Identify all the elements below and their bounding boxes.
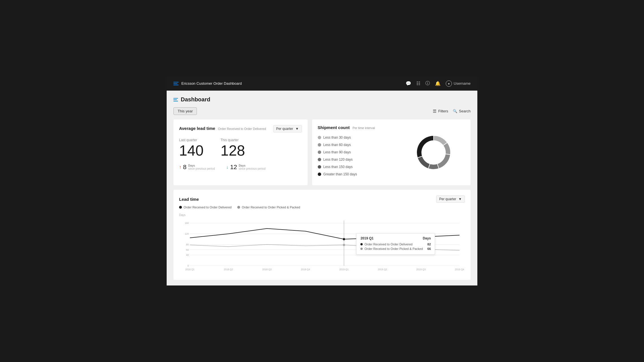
change-down-item: ↓ 12 Days since previous period (226, 163, 266, 171)
grid-icon[interactable]: ☷ (416, 81, 420, 86)
legend-color-dot (318, 158, 321, 161)
svg-text:2019 Q4: 2019 Q4 (455, 268, 464, 271)
page-title: Dashboard (181, 96, 210, 103)
filter-bar: This year ☰ Filters 🔍 Search (173, 107, 471, 115)
lead-time-quarter-select[interactable]: Per quarter ▼ (273, 125, 302, 132)
tooltip-row2-left: Order Received to Order Picked & Packed (360, 247, 423, 250)
this-quarter-value: 128 (221, 143, 245, 158)
quarter-select-chevron-icon: ▼ (295, 127, 299, 131)
lead-time-changes: ↑ 8 Days since previous period ↓ 12 Days… (179, 163, 302, 171)
chart-legend-label: Order Received to Order Picked & Packed (242, 206, 300, 209)
lead-time-card: Average lead time Order Received to Orde… (173, 119, 308, 185)
menu-icon[interactable] (173, 98, 178, 101)
svg-text:2019 Q1: 2019 Q1 (339, 268, 349, 271)
change-up-item: ↑ 8 Days since previous period (179, 163, 215, 171)
last-quarter-label: Last quarter (179, 138, 204, 142)
legend-color-dot (318, 151, 321, 154)
chart-legend-item: Order Received to Order Delivered (179, 206, 232, 209)
shipment-legend-item: Less than 90 days (318, 150, 397, 154)
down-arrow-icon: ↓ (226, 165, 229, 170)
up-arrow-icon: ↑ (179, 165, 181, 170)
chart-area: 04060801201602018 Q12018 Q22018 Q32018 Q… (179, 218, 465, 274)
change-down-top-label: Days (239, 164, 266, 167)
filters-label: Filters (438, 109, 448, 113)
tooltip-dot-2 (360, 248, 363, 250)
svg-text:160: 160 (185, 222, 189, 224)
chart-title: Lead time (179, 197, 199, 202)
legend-label: Less than 150 days (323, 165, 353, 169)
main-content: Dashboard This year ☰ Filters 🔍 Search (167, 91, 477, 285)
filter-tags: This year (173, 107, 197, 115)
svg-text:2019 Q2: 2019 Q2 (378, 268, 387, 271)
legend-label: Less than 90 days (323, 150, 351, 154)
shipment-legend: Less than 30 days Less than 60 days Less… (318, 136, 397, 180)
user-menu[interactable]: ● Username (446, 80, 471, 87)
tooltip-row1-left: Order Received to Order Delivered (360, 243, 412, 246)
cards-row: Average lead time Order Received to Orde… (173, 119, 471, 185)
svg-point-21 (343, 238, 345, 240)
change-down-number: 12 (230, 163, 237, 171)
chart-legend-dot (237, 206, 240, 209)
outer-wrapper: Ericsson Customer Order Dashboard 💬 ☷ ⓘ … (167, 71, 477, 291)
lead-time-card-header: Average lead time Order Received to Orde… (179, 125, 302, 132)
this-quarter-col: This quarter 128 (221, 138, 245, 158)
legend-label: Less than 60 days (323, 143, 351, 147)
legend-color-dot (318, 173, 321, 176)
tooltip-period: 2019 Q1 (360, 236, 373, 240)
svg-point-22 (343, 244, 345, 246)
change-down-labels: Days since previous period (239, 164, 266, 170)
svg-text:40: 40 (186, 254, 189, 256)
svg-text:80: 80 (186, 243, 189, 246)
legend-label: Greater than 150 days (323, 172, 357, 176)
donut-svg (411, 130, 456, 175)
help-icon[interactable]: ⓘ (425, 80, 430, 86)
svg-text:2018 Q2: 2018 Q2 (224, 268, 233, 271)
tooltip-row2-label: Order Received to Order Picked & Packed (364, 247, 423, 250)
search-button[interactable]: 🔍 Search (453, 109, 471, 113)
app-title: Ericsson Customer Order Dashboard (181, 81, 242, 86)
shipment-donut-chart (402, 125, 465, 180)
shipment-count-card: Shipment count Per time interval Less th… (312, 119, 471, 185)
chart-quarter-chevron-icon: ▼ (458, 197, 462, 201)
chart-quarter-label: Per quarter (439, 197, 456, 201)
change-up-bottom-label: since previous period (188, 167, 215, 170)
shipment-subtitle: Per time interval (353, 126, 375, 130)
filter-actions: ☰ Filters 🔍 Search (433, 109, 471, 114)
tooltip-row2-value: 66 (427, 247, 431, 250)
chart-tooltip: 2019 Q1 Days Order Received to Order Del… (356, 233, 435, 255)
svg-text:2018 Q1: 2018 Q1 (185, 268, 195, 271)
search-label: Search (459, 109, 471, 113)
username-label: Username (454, 81, 471, 86)
last-quarter-col: Last quarter 140 (179, 138, 204, 158)
shipment-legend-item: Less than 120 days (318, 158, 397, 162)
shipment-legend-item: Greater than 150 days (318, 172, 397, 176)
lead-time-title: Average lead time (179, 126, 215, 131)
filters-button[interactable]: ☰ Filters (433, 109, 448, 114)
svg-text:2018 Q4: 2018 Q4 (301, 268, 310, 271)
lead-time-numbers: Last quarter 140 This quarter 128 (179, 138, 302, 158)
ericsson-logo-icon (173, 82, 179, 85)
this-quarter-label: This quarter (221, 138, 245, 142)
last-quarter-value: 140 (179, 143, 204, 158)
shipment-card-header: Shipment count Per time interval (318, 125, 397, 130)
change-up-labels: Days since previous period (188, 164, 215, 170)
legend-label: Less than 30 days (323, 136, 351, 139)
chart-quarter-select[interactable]: Per quarter ▼ (436, 195, 465, 203)
bell-icon[interactable]: 🔔 (435, 81, 441, 86)
this-year-filter-tag[interactable]: This year (173, 107, 197, 115)
lead-time-subtitle: Order Received to Order Delivered (218, 127, 266, 130)
topbar-left: Ericsson Customer Order Dashboard (173, 81, 242, 86)
change-up-top-label: Days (188, 164, 215, 167)
chat-icon[interactable]: 💬 (406, 81, 411, 86)
user-avatar-icon: ● (446, 80, 452, 87)
tooltip-row-2: Order Received to Order Picked & Packed … (360, 247, 431, 250)
svg-text:0: 0 (188, 264, 189, 267)
y-axis-title: Days (179, 213, 465, 217)
tooltip-row-1: Order Received to Order Delivered 82 (360, 243, 431, 246)
chart-legend: Order Received to Order Delivered Order … (179, 206, 465, 209)
legend-color-dot (318, 165, 321, 169)
tooltip-dot-1 (360, 243, 363, 245)
shipment-title: Shipment count (318, 125, 350, 130)
svg-text:2019 Q3: 2019 Q3 (416, 268, 426, 271)
shipment-legend-item: Less than 60 days (318, 143, 397, 147)
